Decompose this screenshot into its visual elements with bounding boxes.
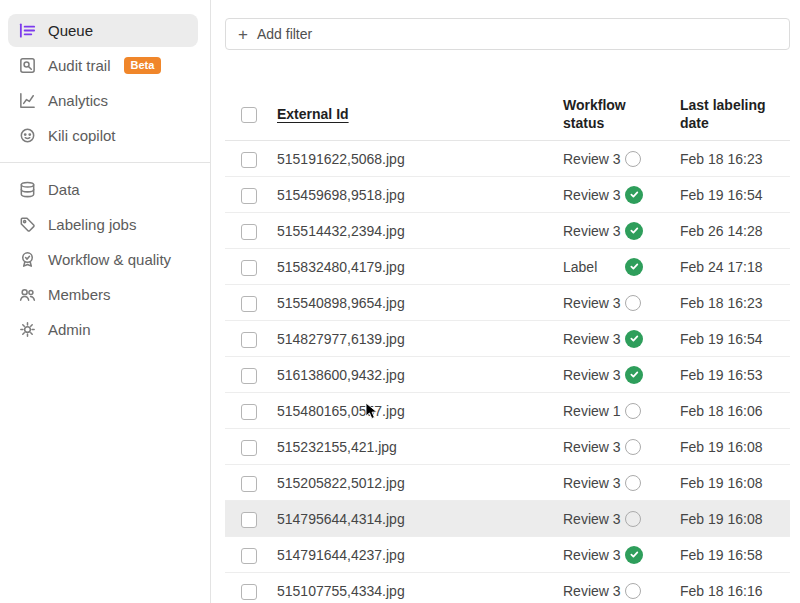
queue-icon	[18, 21, 37, 40]
column-header-workflow-status[interactable]: Workflow status	[563, 96, 625, 132]
sidebar-item-analytics[interactable]: Analytics	[8, 84, 198, 117]
add-filter-button[interactable]: + Add filter	[225, 18, 790, 50]
external-id-cell: 515191622,5068.jpg	[277, 151, 563, 167]
table-row[interactable]: 514795644,4314.jpg Review 3 Feb 19 16:08	[225, 501, 790, 537]
table-row[interactable]: 514827977,6139.jpg Review 3 Feb 19 16:54	[225, 321, 790, 357]
sidebar-item-data[interactable]: Data	[8, 173, 198, 206]
sidebar-item-label: Kili copilot	[48, 127, 116, 144]
table-row[interactable]: 515205822,5012.jpg Review 3 Feb 19 16:08	[225, 465, 790, 501]
external-id-cell: 514791644,4237.jpg	[277, 547, 563, 563]
last-labeling-date-cell: Feb 19 16:58	[680, 547, 790, 563]
row-checkbox[interactable]	[241, 224, 257, 240]
row-checkbox[interactable]	[241, 332, 257, 348]
table-row[interactable]: 515480165,0557.jpg Review 1 Feb 18 16:06	[225, 393, 790, 429]
table-row[interactable]: 515107755,4334.jpg Review 3 Feb 18 16:16	[225, 573, 790, 603]
app-window: Queue Audit trail Beta Analytics Kili co…	[0, 0, 800, 603]
row-checkbox[interactable]	[241, 548, 257, 564]
workflow-status-cell: Review 3	[563, 295, 625, 311]
status-pending-icon	[625, 583, 641, 599]
status-pending-icon	[625, 439, 641, 455]
row-checkbox[interactable]	[241, 440, 257, 456]
last-labeling-date-cell: Feb 19 16:54	[680, 331, 790, 347]
row-checkbox[interactable]	[241, 260, 257, 276]
status-done-icon	[625, 330, 643, 348]
last-labeling-date-cell: Feb 26 14:28	[680, 223, 790, 239]
table-row[interactable]: 515832480,4179.jpg Label Feb 24 17:18	[225, 249, 790, 285]
copilot-icon	[18, 126, 37, 145]
sidebar-item-admin[interactable]: Admin	[8, 313, 198, 346]
table-row[interactable]: 514791644,4237.jpg Review 3 Feb 19 16:58	[225, 537, 790, 573]
column-header-last-labeling-date[interactable]: Last labeling date	[680, 96, 790, 132]
external-id-cell: 515459698,9518.jpg	[277, 187, 563, 203]
add-filter-label: Add filter	[257, 26, 312, 42]
status-pending-icon	[625, 475, 641, 491]
status-pending-icon	[625, 511, 641, 527]
last-labeling-date-cell: Feb 18 16:16	[680, 583, 790, 599]
sidebar-item-members[interactable]: Members	[8, 278, 198, 311]
row-checkbox[interactable]	[241, 512, 257, 528]
select-all-checkbox[interactable]	[241, 107, 257, 123]
row-checkbox[interactable]	[241, 152, 257, 168]
plus-icon: +	[238, 26, 248, 43]
row-checkbox[interactable]	[241, 476, 257, 492]
external-id-cell: 515832480,4179.jpg	[277, 259, 563, 275]
last-labeling-date-cell: Feb 24 17:18	[680, 259, 790, 275]
external-id-cell: 514827977,6139.jpg	[277, 331, 563, 347]
table-row[interactable]: 515191622,5068.jpg Review 3 Feb 18 16:23	[225, 141, 790, 177]
workflow-status-cell: Review 3	[563, 223, 625, 239]
external-id-cell: 515540898,9654.jpg	[277, 295, 563, 311]
sidebar-item-label: Data	[48, 181, 80, 198]
workflow-status-cell: Label	[563, 259, 625, 275]
column-header-external-id[interactable]: External Id	[277, 105, 563, 123]
row-checkbox[interactable]	[241, 584, 257, 600]
row-checkbox[interactable]	[241, 368, 257, 384]
last-labeling-date-cell: Feb 19 16:54	[680, 187, 790, 203]
row-checkbox[interactable]	[241, 296, 257, 312]
data-icon	[18, 180, 37, 199]
table-row[interactable]: 515514432,2394.jpg Review 3 Feb 26 14:28	[225, 213, 790, 249]
sidebar-item-label: Labeling jobs	[48, 216, 136, 233]
status-done-icon	[625, 222, 643, 240]
external-id-cell: 515514432,2394.jpg	[277, 223, 563, 239]
status-done-icon	[625, 258, 643, 276]
workflow-status-cell: Review 3	[563, 547, 625, 563]
workflow-status-cell: Review 3	[563, 511, 625, 527]
status-done-icon	[625, 186, 643, 204]
sidebar-item-label: Queue	[48, 22, 93, 39]
table-row[interactable]: 515540898,9654.jpg Review 3 Feb 18 16:23	[225, 285, 790, 321]
audit-trail-icon	[18, 56, 37, 75]
table-row[interactable]: 516138600,9432.jpg Review 3 Feb 19 16:53	[225, 357, 790, 393]
row-checkbox[interactable]	[241, 188, 257, 204]
sidebar: Queue Audit trail Beta Analytics Kili co…	[0, 0, 211, 603]
last-labeling-date-cell: Feb 18 16:23	[680, 151, 790, 167]
workflow-status-cell: Review 1	[563, 403, 625, 419]
last-labeling-date-cell: Feb 19 16:53	[680, 367, 790, 383]
last-labeling-date-cell: Feb 19 16:08	[680, 439, 790, 455]
sidebar-item-labeling-jobs[interactable]: Labeling jobs	[8, 208, 198, 241]
sidebar-item-queue[interactable]: Queue	[8, 14, 198, 47]
main-content: + Add filter External Id Workflow status…	[211, 0, 800, 603]
sidebar-item-label: Analytics	[48, 92, 108, 109]
table-row[interactable]: 515459698,9518.jpg Review 3 Feb 19 16:54	[225, 177, 790, 213]
external-id-cell: 515232155,421.jpg	[277, 439, 563, 455]
workflow-status-cell: Review 3	[563, 367, 625, 383]
analytics-icon	[18, 91, 37, 110]
quality-check-icon	[18, 250, 37, 269]
sidebar-item-kili-copilot[interactable]: Kili copilot	[8, 119, 198, 152]
sidebar-item-label: Audit trail	[48, 57, 111, 74]
workflow-status-cell: Review 3	[563, 151, 625, 167]
tag-icon	[18, 215, 37, 234]
external-id-cell: 516138600,9432.jpg	[277, 367, 563, 383]
workflow-status-cell: Review 3	[563, 583, 625, 599]
sidebar-item-audit-trail[interactable]: Audit trail Beta	[8, 49, 198, 82]
workflow-status-cell: Review 3	[563, 331, 625, 347]
beta-badge: Beta	[124, 57, 162, 74]
last-labeling-date-cell: Feb 19 16:08	[680, 475, 790, 491]
sidebar-item-workflow-quality[interactable]: Workflow & quality	[8, 243, 198, 276]
workflow-status-cell: Review 3	[563, 475, 625, 491]
table-body: 515191622,5068.jpg Review 3 Feb 18 16:23…	[225, 141, 790, 603]
sidebar-item-label: Workflow & quality	[48, 251, 171, 268]
row-checkbox[interactable]	[241, 404, 257, 420]
gear-icon	[18, 320, 37, 339]
table-row[interactable]: 515232155,421.jpg Review 3 Feb 19 16:08	[225, 429, 790, 465]
